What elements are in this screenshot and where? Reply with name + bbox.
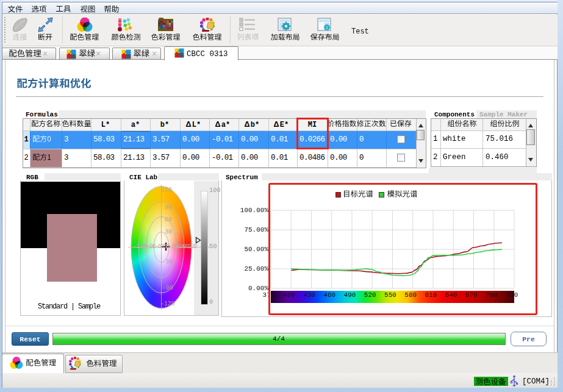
svg-text:i: i (326, 25, 328, 30)
